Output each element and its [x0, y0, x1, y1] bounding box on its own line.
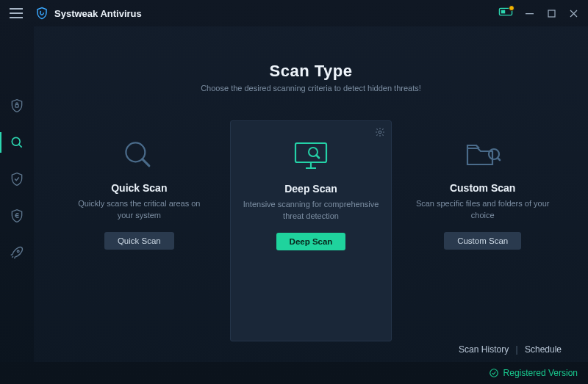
svg-rect-3 [548, 10, 555, 17]
card-title: Deep Scan [284, 183, 337, 195]
e-shield-icon [10, 209, 24, 223]
gear-icon[interactable] [375, 127, 385, 140]
app-window: Systweak Antivirus [0, 0, 588, 384]
sidebar-item-realtime[interactable] [0, 164, 34, 194]
custom-scan-button[interactable]: Custom Scan [444, 232, 521, 250]
sidebar [0, 26, 34, 362]
window-controls [498, 4, 584, 23]
svg-point-6 [17, 250, 19, 253]
magnifier-icon [121, 135, 157, 176]
page-title: Scan Type [54, 62, 567, 81]
registered-label: Registered Version [503, 368, 578, 378]
card-custom-scan[interactable]: Custom Scan Scan specific files and fold… [402, 120, 563, 341]
svg-rect-2 [526, 13, 534, 14]
deep-scan-button[interactable]: Deep Scan [276, 233, 346, 250]
statusbar: Registered Version [0, 362, 588, 384]
sidebar-item-protection[interactable] [0, 91, 34, 120]
card-desc: Intensive scanning for comprehensive thr… [243, 199, 380, 222]
quick-scan-button[interactable]: Quick Scan [104, 232, 174, 250]
lock-shield-icon [10, 98, 24, 113]
card-desc: Scan specific files and folders of your … [414, 198, 551, 222]
page-heading: Scan Type Choose the desired scanning cr… [54, 62, 567, 93]
card-quick-scan[interactable]: Quick Scan Quickly scans the critical ar… [59, 120, 220, 341]
app-title: Systweak Antivirus [35, 7, 142, 20]
folder-scan-icon [463, 135, 503, 176]
rocket-icon [10, 245, 24, 260]
monitor-scan-icon [291, 136, 331, 177]
scan-history-link[interactable]: Scan History [459, 344, 509, 355]
shield-check-icon [10, 172, 24, 186]
svg-point-5 [12, 137, 20, 145]
titlebar: Systweak Antivirus [0, 0, 588, 26]
close-button[interactable] [563, 4, 584, 23]
sidebar-item-boost[interactable] [0, 238, 34, 267]
card-title: Custom Scan [450, 182, 515, 194]
schedule-link[interactable]: Schedule [525, 344, 562, 355]
menu-button[interactable] [7, 4, 25, 22]
svg-point-8 [379, 131, 382, 134]
minimize-button[interactable] [519, 4, 539, 23]
card-deep-scan[interactable]: Deep Scan Intensive scanning for compreh… [230, 120, 392, 341]
separator: | [515, 344, 517, 355]
app-logo-icon [35, 7, 49, 20]
svg-rect-4 [15, 104, 18, 107]
sidebar-item-quarantine[interactable] [0, 201, 34, 231]
svg-rect-9 [295, 143, 326, 162]
scan-cards: Quick Scan Quickly scans the critical ar… [54, 120, 567, 341]
footer-links: Scan History | Schedule [54, 341, 567, 355]
notification-icon[interactable] [498, 7, 513, 20]
main-panel: Scan Type Choose the desired scanning cr… [34, 26, 588, 362]
page-subtitle: Choose the desired scanning criteria to … [54, 84, 567, 93]
body: Scan Type Choose the desired scanning cr… [0, 26, 588, 362]
svg-rect-1 [501, 10, 505, 14]
svg-point-12 [490, 369, 498, 377]
search-icon [10, 135, 24, 150]
card-title: Quick Scan [111, 182, 167, 194]
check-circle-icon [489, 368, 499, 378]
maximize-button[interactable] [541, 4, 562, 23]
sidebar-item-scan[interactable] [0, 128, 34, 157]
app-title-text: Systweak Antivirus [54, 8, 142, 19]
card-desc: Quickly scans the critical areas on your… [71, 198, 208, 222]
